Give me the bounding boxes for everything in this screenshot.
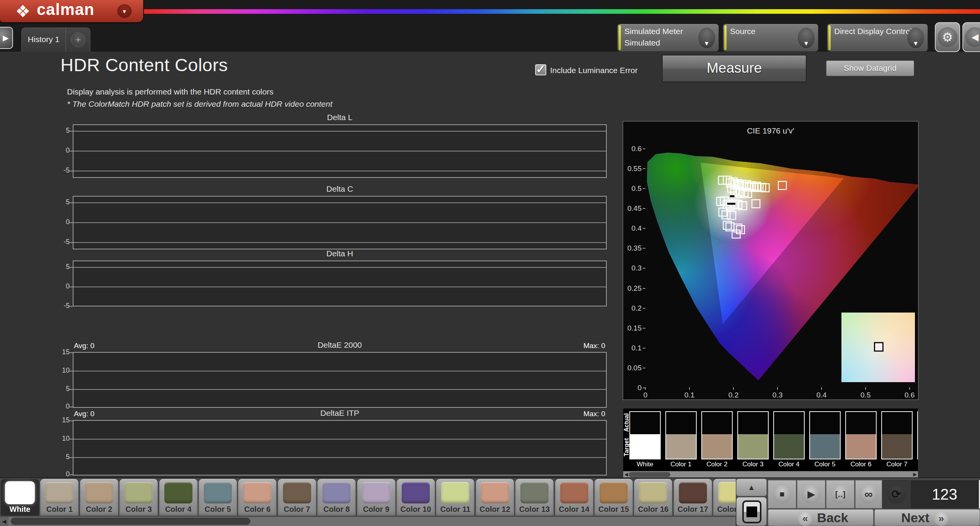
measure-button[interactable]: Measure bbox=[662, 55, 807, 82]
gear-icon: ⚙ bbox=[938, 27, 957, 47]
patch-column-label: Color 1 bbox=[665, 461, 697, 468]
calman-logo-icon: ❖ bbox=[15, 2, 30, 21]
cie-x-tick-mark bbox=[865, 387, 866, 390]
color-tab-color-11[interactable]: Color 11 bbox=[436, 479, 474, 516]
color-tab-color-13[interactable]: Color 13 bbox=[515, 479, 554, 516]
chart-plot-area bbox=[73, 352, 607, 408]
stop-button[interactable]: ■ bbox=[768, 480, 796, 508]
top-bar: ❖ calman ▼ ▶ History 1 + Simulated Meter… bbox=[0, 0, 980, 52]
color-tab-color-12[interactable]: Color 12 bbox=[476, 479, 514, 516]
color-tab-color-6[interactable]: Color 6 bbox=[238, 479, 276, 516]
scroll-left-icon[interactable]: ◀ bbox=[0, 517, 8, 526]
step-sequence-button[interactable]: [‥] bbox=[826, 480, 854, 508]
color-tab-color-14[interactable]: Color 14 bbox=[555, 479, 593, 516]
y-tick-label: -5 bbox=[53, 302, 70, 310]
y-tick-label: 5 bbox=[53, 385, 70, 393]
add-tab-button[interactable]: + bbox=[71, 33, 85, 47]
color-tab-color-5[interactable]: Color 5 bbox=[199, 479, 237, 516]
workspace-expander-button[interactable]: ▶ bbox=[0, 27, 13, 49]
color-tab-color-10[interactable]: Color 10 bbox=[397, 479, 435, 516]
show-datagrid-button[interactable]: Show Datagrid bbox=[826, 60, 914, 76]
refresh-button[interactable]: ⟳ bbox=[883, 480, 910, 508]
pattern-square-icon bbox=[746, 506, 757, 517]
patch-column-label: Color 3 bbox=[737, 461, 769, 468]
gridline bbox=[74, 457, 606, 458]
chart-title: Delta L bbox=[73, 113, 607, 123]
cie-x-tick-mark bbox=[777, 387, 778, 390]
patch-target-swatch bbox=[774, 434, 804, 459]
y-tick-mark bbox=[70, 131, 73, 132]
color-tab-color-8[interactable]: Color 8 bbox=[317, 479, 356, 516]
color-tab-label: Color 16 bbox=[634, 505, 672, 514]
play-button[interactable]: ▶ bbox=[797, 480, 825, 508]
color-swatch bbox=[124, 482, 153, 503]
patch-grid-scrollbar[interactable]: ◀ ▶ bbox=[623, 471, 918, 477]
source-dropdown-label: Source bbox=[730, 27, 756, 36]
cie-y-tick-label: 0.2 bbox=[623, 304, 642, 313]
cie-y-tick-label: 0 bbox=[623, 384, 642, 392]
patch-target-swatch bbox=[882, 434, 912, 459]
color-tab-color-15[interactable]: Color 15 bbox=[595, 479, 633, 516]
cie-y-tick-label: 0.05 bbox=[623, 364, 642, 372]
color-tab-color-1[interactable]: Color 1 bbox=[40, 479, 78, 516]
color-tab-color-17[interactable]: Color 17 bbox=[674, 479, 712, 516]
patch-target-swatch bbox=[666, 434, 696, 459]
color-tab-white[interactable]: White bbox=[1, 479, 39, 516]
include-luminance-label: Include Luminance Error bbox=[550, 66, 638, 75]
cie-y-tick-mark bbox=[643, 388, 645, 388]
color-tab-label: Color 13 bbox=[515, 505, 554, 514]
strip-expand-button[interactable]: ▲ bbox=[736, 479, 767, 496]
strip-scrollbar[interactable]: ◀ bbox=[0, 517, 735, 526]
chart-plot-area bbox=[73, 124, 607, 178]
y-tick-mark bbox=[70, 171, 73, 171]
color-tab-color-3[interactable]: Color 3 bbox=[119, 479, 158, 516]
color-tab-label: Color 1 bbox=[40, 505, 78, 514]
color-tab-label: Color 10 bbox=[397, 505, 435, 514]
back-button[interactable]: «Back bbox=[768, 509, 874, 526]
y-tick-mark bbox=[70, 474, 73, 475]
color-tab-color-2[interactable]: Color 2 bbox=[80, 479, 118, 516]
next-button[interactable]: Next» bbox=[874, 509, 980, 526]
color-swatch bbox=[679, 482, 707, 503]
cie-x-tick-label: 0.6 bbox=[898, 391, 919, 399]
cie-y-tick-label: 0.25 bbox=[623, 284, 642, 293]
chevron-left-icon: ◀ bbox=[965, 27, 980, 47]
display-control-dropdown[interactable]: Direct Display Control ▼ bbox=[827, 24, 928, 52]
tab-history-1[interactable]: History 1 bbox=[21, 28, 66, 52]
y-tick-label: -5 bbox=[53, 238, 70, 246]
infinity-icon: ∞ bbox=[859, 485, 878, 503]
color-tab-color-18[interactable]: Color 18 bbox=[713, 479, 736, 516]
color-tab-color-7[interactable]: Color 7 bbox=[278, 479, 316, 516]
color-tab-color-9[interactable]: Color 9 bbox=[357, 479, 395, 516]
color-tab-color-4[interactable]: Color 4 bbox=[159, 479, 198, 516]
cie-x-tick-label: 0.1 bbox=[678, 391, 701, 399]
patch-column bbox=[845, 411, 877, 459]
scroll-right-icon[interactable]: ▶ bbox=[912, 471, 918, 477]
collapse-panel-button[interactable]: ◀ bbox=[962, 22, 980, 52]
loop-continuous-button[interactable]: ∞ bbox=[855, 480, 882, 508]
settings-button[interactable]: ⚙ bbox=[935, 22, 960, 52]
meter-dropdown[interactable]: Simulated Meter Simulated ▼ bbox=[617, 24, 719, 52]
gridline bbox=[74, 222, 606, 223]
y-tick-label: 0 bbox=[53, 147, 70, 155]
source-dropdown[interactable]: Source ▼ bbox=[723, 24, 818, 52]
back-label: Back bbox=[817, 510, 848, 525]
display-control-dropdown-accent bbox=[828, 25, 831, 50]
color-tab-color-16[interactable]: Color 16 bbox=[634, 479, 672, 516]
chevron-down-icon: ▼ bbox=[122, 8, 127, 15]
pattern-window-button[interactable] bbox=[736, 497, 767, 526]
up-arrow-icon: ▲ bbox=[748, 483, 755, 492]
strip-scrollbar-thumb[interactable] bbox=[11, 518, 250, 525]
chart-plot-area bbox=[73, 196, 607, 249]
y-tick-mark bbox=[70, 439, 73, 440]
patch-grid-scrollbar-thumb[interactable] bbox=[629, 472, 670, 477]
chevron-down-icon: ▼ bbox=[798, 28, 815, 48]
patch-target-swatch bbox=[630, 434, 660, 459]
color-tab-label: Color 9 bbox=[357, 505, 395, 514]
chevron-down-icon: ▼ bbox=[907, 28, 924, 48]
scroll-left-icon[interactable]: ◀ bbox=[623, 471, 629, 477]
cie-y-tick-mark bbox=[643, 148, 645, 149]
y-tick-mark bbox=[70, 287, 73, 287]
main-menu-button[interactable]: ▼ bbox=[117, 4, 132, 18]
include-luminance-checkbox[interactable]: ✓ bbox=[535, 64, 546, 75]
